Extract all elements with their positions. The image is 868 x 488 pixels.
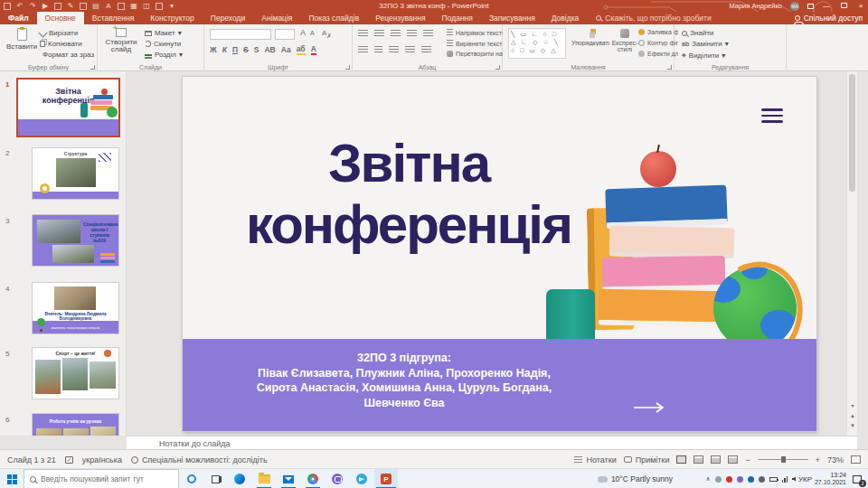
task-view-button[interactable] (204, 469, 226, 488)
taskbar-mail[interactable] (277, 469, 300, 488)
tray-red-icon[interactable] (726, 476, 732, 483)
taskbar-edge[interactable] (228, 469, 251, 488)
line-spacing-icon[interactable] (423, 30, 433, 37)
vertical-scrollbar[interactable]: ▾ ▲ ▼ (846, 71, 857, 436)
tab-home[interactable]: Основне (37, 12, 84, 24)
clipboard-dialog-launcher[interactable] (90, 65, 95, 70)
taskbar-telegram[interactable] (350, 469, 373, 488)
show-hidden-icons[interactable]: ∧ (705, 475, 710, 483)
quick-styles-button[interactable]: Експрес-стилі (609, 29, 640, 52)
notes-placeholder[interactable]: Нотатки до слайда (159, 439, 231, 448)
align-right-icon[interactable] (389, 46, 399, 53)
slide-thumbnail-3[interactable]: Спеціалізована школа І ступенів №329 (33, 215, 118, 266)
arrange-button[interactable]: Упорядкувати (571, 29, 609, 46)
slide-thumbnail-1[interactable]: Звітна конференція (18, 80, 118, 136)
font-size-input[interactable] (275, 29, 295, 40)
paragraph-dialog-launcher[interactable] (495, 65, 500, 70)
shapes-gallery[interactable]: ╲ ▭ ∟ ○ □ △ ∟ ◇ ☆ ╲ ○ □ ▭ ◇ △ (508, 28, 566, 59)
language-indicator[interactable]: УКР (798, 469, 812, 488)
tray-clock-icon[interactable] (759, 476, 765, 483)
convert-smartart-button[interactable]: Перетворити на об'єкт SmartArt (447, 51, 503, 57)
underline-button[interactable]: П (232, 45, 238, 54)
zoom-out-button[interactable]: − (745, 455, 750, 465)
scrollbar-thumb[interactable] (849, 74, 855, 192)
notes-pane[interactable]: Нотатки до слайда (127, 436, 857, 449)
slide-thumbnail-5[interactable]: Спорт – це життя! (33, 348, 118, 399)
select-button[interactable]: ⌖ Виділити▾ (682, 51, 725, 61)
taskbar-clock[interactable]: 13:24 27.10.2021 (815, 469, 846, 488)
section-button[interactable]: Розділ▾ (145, 51, 183, 59)
align-text-button[interactable]: Вирівняти текст (447, 40, 502, 47)
comments-toggle[interactable]: Примітки (624, 455, 670, 465)
font-dialog-launcher[interactable] (345, 65, 350, 70)
slide-thumbnail-2[interactable]: Структура (33, 148, 118, 199)
slide-thumbnail-6[interactable]: Робота учнів на уроках (33, 414, 118, 436)
accessibility-status[interactable]: Спеціальні можливості: дослідіть (131, 455, 268, 465)
notes-toggle[interactable]: Нотатки (574, 455, 616, 465)
account-name[interactable]: Мария Андрейко (729, 2, 782, 10)
tray-viber-icon[interactable] (737, 476, 743, 483)
text-direction-button[interactable]: Напрямок тексту (447, 29, 503, 36)
fit-to-window-button[interactable] (851, 455, 861, 464)
start-button[interactable] (0, 469, 24, 488)
share-button[interactable]: Спільний доступ (795, 12, 863, 24)
restore-button[interactable] (841, 3, 847, 8)
font-name-input[interactable] (210, 29, 271, 40)
highlight-color-button[interactable]: аб (297, 44, 306, 55)
format-painter-button[interactable]: Формат за зразком (40, 51, 94, 59)
replace-button[interactable]: ab Замінити▾ (682, 40, 729, 48)
zoom-in-button[interactable]: + (816, 455, 820, 465)
next-slide-icon[interactable]: ▼ (847, 423, 858, 428)
battery-icon[interactable] (769, 477, 778, 482)
ribbon-options-icon[interactable] (807, 4, 814, 9)
cut-button[interactable]: Вирізати (40, 29, 78, 37)
clear-formatting-icon[interactable]: А✗ (322, 29, 332, 40)
search-input[interactable] (41, 474, 158, 483)
taskbar-viber[interactable] (326, 469, 349, 488)
copy-button[interactable]: Копіювати (40, 40, 82, 48)
slide-thumbnail-4[interactable]: Вчитель: Мандрина Людмила Володимирівна … (33, 283, 118, 333)
tab-slideshow[interactable]: Показ слайдів (300, 12, 367, 24)
taskbar-weather[interactable]: 10°C Partly sunny (598, 469, 673, 488)
action-center-button[interactable]: 2 (848, 469, 866, 488)
taskbar-chrome[interactable] (301, 469, 325, 488)
bullets-icon[interactable] (358, 30, 368, 37)
shape-effects-button[interactable]: Ефекти для фігур (638, 51, 678, 57)
taskbar-search[interactable] (24, 469, 179, 488)
text-shadow-button[interactable]: S (254, 45, 259, 54)
normal-view-button[interactable] (676, 455, 686, 464)
shape-outline-button[interactable]: Контур фігури (638, 40, 678, 46)
network-icon[interactable] (782, 476, 788, 483)
new-slide-button[interactable]: Створити слайд (103, 28, 139, 53)
close-button[interactable]: × (856, 2, 865, 10)
hamburger-menu-icon[interactable] (761, 108, 783, 123)
align-left-icon[interactable] (358, 46, 368, 53)
next-arrow-icon[interactable] (633, 402, 665, 413)
justify-icon[interactable] (405, 46, 415, 53)
reset-button[interactable]: Скинути (145, 40, 181, 48)
cortana-button[interactable] (181, 469, 203, 488)
slide-sorter-view-button[interactable] (693, 455, 703, 464)
zoom-slider[interactable] (758, 459, 808, 460)
zoom-slider-knob[interactable] (781, 456, 786, 463)
tab-review[interactable]: Рецензування (367, 12, 433, 24)
tab-design[interactable]: Конструктор (142, 12, 202, 24)
system-tray[interactable]: ∧ (705, 469, 796, 488)
tab-file[interactable]: Файл (0, 12, 37, 24)
slide-title[interactable]: Звітна конференція (183, 133, 635, 256)
tab-transitions[interactable]: Переходи (203, 12, 254, 24)
find-button[interactable]: Знайти (682, 29, 713, 37)
layout-button[interactable]: Макет▾ (145, 29, 182, 37)
strikethrough-button[interactable]: S (243, 45, 249, 54)
character-spacing-button[interactable]: АВ (264, 45, 275, 54)
onedrive-icon[interactable] (715, 476, 722, 483)
shape-fill-button[interactable]: Заливка фігури (638, 29, 678, 35)
decrease-font-icon[interactable]: А (310, 30, 315, 36)
drawing-dialog-launcher[interactable] (667, 65, 672, 70)
tab-recording[interactable]: Записування (481, 12, 543, 24)
change-case-button[interactable]: Аа (281, 45, 291, 54)
align-center-icon[interactable] (374, 46, 382, 53)
numbering-icon[interactable] (374, 30, 384, 37)
slide-thumbnail-panel[interactable]: 1 Звітна конференція 2 Структура (0, 71, 127, 436)
subtitle-banner[interactable]: 32ПО 3 підгрупа: Півак Єлизавета, Плужни… (183, 339, 816, 431)
